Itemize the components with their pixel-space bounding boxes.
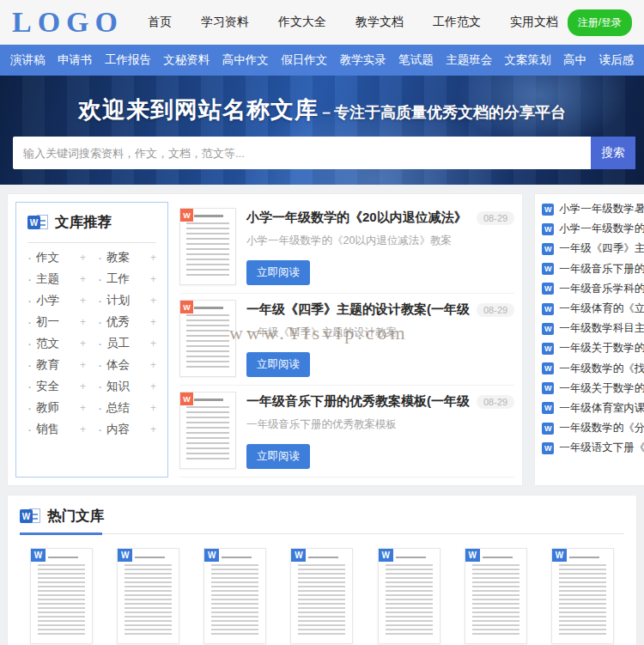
tag-link[interactable]: · 工作 + <box>98 268 156 289</box>
tag-link[interactable]: · 员工 + <box>98 332 156 354</box>
section-top: W 文库推荐 · 作文 + · <box>7 193 637 486</box>
tag-link[interactable]: · 初一 + <box>27 311 86 332</box>
category-nav-item[interactable]: 主题班会 <box>446 52 492 68</box>
tag-link[interactable]: · 知识 + <box>98 375 156 397</box>
list-item[interactable]: W 一年级音乐学科的主题教案(一 08-29 <box>542 279 644 299</box>
read-now-button[interactable]: 立即阅读 <box>246 352 310 377</box>
tag-link[interactable]: · 教师 + <box>27 397 86 418</box>
tag-link[interactable]: · 总结 + <box>98 397 156 418</box>
article-thumbnail[interactable]: W <box>179 300 236 377</box>
list-item-title: 一年级数学科目主题的优秀教案 <box>559 321 644 336</box>
category-nav-item[interactable]: 工作报告 <box>105 52 151 68</box>
tag-link[interactable]: · 作文 + <box>27 246 86 268</box>
plus-mark: + <box>150 402 156 414</box>
search-input[interactable] <box>13 137 591 169</box>
thumbnail-text-lines <box>559 564 606 636</box>
thumbnail-text-lines <box>125 564 172 636</box>
left-panel: W 文库推荐 · 作文 + · <box>7 193 523 486</box>
tag-link[interactable]: · 教育 + <box>27 354 86 375</box>
tag-link[interactable]: · 体会 + <box>98 354 156 375</box>
tag-link[interactable]: · 安全 + <box>27 375 86 397</box>
tag-link[interactable]: · 主题 + <box>27 268 86 289</box>
article-title[interactable]: 一年级《四季》主题的设计教案(一年级 <box>246 301 470 318</box>
bullet-dot: · <box>98 337 102 350</box>
tag-grid: · 作文 + · 教案 + · 主题 <box>27 246 156 440</box>
list-item[interactable]: W 一年级音乐下册的优秀教案模板 08-29 <box>542 259 644 279</box>
category-nav-item[interactable]: 读后感 <box>598 52 634 68</box>
search-button[interactable]: 搜索 <box>591 137 635 169</box>
category-nav-item[interactable]: 笔试题 <box>398 52 434 68</box>
list-item[interactable]: W 一年级关于数学的认识图形教案 08-29 <box>542 338 644 358</box>
main-nav-item[interactable]: 实用文档 <box>510 15 558 30</box>
article-description: 小学一年级数学的《20以内退位减法》教案 <box>246 234 514 248</box>
word-badge-icon: W <box>180 392 193 405</box>
main-nav-item[interactable]: 首页 <box>148 15 172 30</box>
read-now-button[interactable]: 立即阅读 <box>246 444 310 469</box>
tag-link[interactable]: · 销售 + <box>27 418 86 440</box>
list-item[interactable]: W 一年级数学的《分类和整理》专 08-29 <box>542 418 644 438</box>
word-badge-icon: W <box>379 549 393 562</box>
tag-link[interactable]: · 范文 + <box>27 332 86 354</box>
register-login-button[interactable]: 注册/登录 <box>568 9 632 36</box>
list-item[interactable]: W 一年级数学科目主题的优秀教案 08-29 <box>542 319 644 338</box>
list-item[interactable]: W 一年级体育室内课的教案(一年 08-29 <box>542 399 644 418</box>
article-row: W 一年级《四季》主题的设计教案(一年级 08-29 一年级《四季》主题的设计教… <box>179 294 514 386</box>
tag-link[interactable]: · 优秀 + <box>98 311 156 332</box>
list-item[interactable]: W 一年级《四季》主题的设计教案 08-29 <box>542 239 644 259</box>
list-item[interactable]: W 一年级关于数学的《找规律》教 08-29 <box>542 379 644 399</box>
main-nav-item[interactable]: 教学文档 <box>355 15 404 30</box>
list-item[interactable]: W 一年级语文下册《动物儿歌》的 08-29 <box>542 438 644 458</box>
list-item-title: 一年级音乐学科的主题教案(一 <box>559 282 644 296</box>
category-nav-item[interactable]: 申请书 <box>58 52 93 68</box>
category-nav-item[interactable]: 文秘资料 <box>163 52 210 68</box>
thumbnail-heading-line <box>48 557 78 558</box>
doc-card-thumbnail: W <box>204 548 266 644</box>
article-date-badge: 08-29 <box>477 211 514 225</box>
tag-link[interactable]: · 计划 + <box>98 289 156 311</box>
article-thumbnail[interactable]: W <box>179 208 236 285</box>
article-title[interactable]: 一年级音乐下册的优秀教案模板(一年级 <box>246 393 470 410</box>
plus-mark: + <box>80 402 86 414</box>
doc-card[interactable]: W 学校防溺水安全教 <box>106 548 190 645</box>
plus-mark: + <box>150 423 156 435</box>
word-file-icon: W <box>542 442 554 454</box>
article-body: 小学一年级数学的《20以内退位减法》 08-29 小学一年级数学的《20以内退位… <box>246 208 514 285</box>
list-item-title: 一年级关于数学的认识图形教案 <box>559 341 644 356</box>
list-item[interactable]: W 小学一年级数学暑假作业题 08-29 <box>542 199 644 219</box>
article-thumbnail[interactable]: W <box>179 392 236 469</box>
category-nav-item[interactable]: 假日作文 <box>281 52 327 68</box>
read-now-button[interactable]: 立即阅读 <box>246 260 310 285</box>
list-item[interactable]: W 一年级数学的《找规律》课题的 08-29 <box>542 359 644 379</box>
doc-card[interactable]: W 关于中秋节的小学 <box>454 548 538 645</box>
doc-card[interactable]: W 关于溺水的自救方 <box>368 548 451 645</box>
main-nav-item[interactable]: 工作范文 <box>433 15 481 30</box>
doc-card[interactable]: W 小学一年级数学的 <box>20 548 103 645</box>
site-logo[interactable]: LOGO <box>12 6 124 39</box>
list-item[interactable]: W 小学一年级数学的《20以内退位 08-29 <box>542 219 644 239</box>
bullet-dot: · <box>98 315 102 328</box>
doc-card-thumbnail: W <box>378 548 440 644</box>
tag-link[interactable]: · 内容 + <box>98 418 156 440</box>
category-nav-item[interactable]: 教学实录 <box>340 52 386 68</box>
doc-card[interactable]: W 129运动班会心得 <box>541 548 624 645</box>
list-item-title: 一年级《四季》主题的设计教案 <box>559 241 644 256</box>
article-title[interactable]: 小学一年级数学的《20以内退位减法》 <box>246 210 470 226</box>
doc-card[interactable]: W 小学一年级数学的 <box>280 548 363 645</box>
tag-label: 主题 <box>36 271 59 287</box>
doc-card[interactable]: W 高中教师心得体会 <box>193 548 276 645</box>
plus-mark: + <box>80 380 86 392</box>
main-nav-item[interactable]: 作文大全 <box>278 15 326 30</box>
word-file-icon: W <box>542 204 554 216</box>
category-nav-item[interactable]: 文案策划 <box>505 52 551 68</box>
word-badge-icon: W <box>31 549 46 562</box>
tag-link[interactable]: · 小学 + <box>27 289 86 311</box>
main-nav-item[interactable]: 学习资料 <box>201 15 249 30</box>
recommend-header: W 文库推荐 <box>27 213 156 232</box>
doc-card-thumbnail: W <box>30 548 93 644</box>
category-nav-item[interactable]: 高中 <box>563 52 586 68</box>
category-nav-item[interactable]: 演讲稿 <box>10 52 46 68</box>
list-item-title: 一年级关于数学的《找规律》教 <box>559 381 644 396</box>
category-nav-item[interactable]: 高中作文 <box>222 52 269 68</box>
tag-link[interactable]: · 教案 + <box>98 246 156 268</box>
list-item[interactable]: W 一年级体育的《立定跳远》项目 08-29 <box>542 299 644 319</box>
